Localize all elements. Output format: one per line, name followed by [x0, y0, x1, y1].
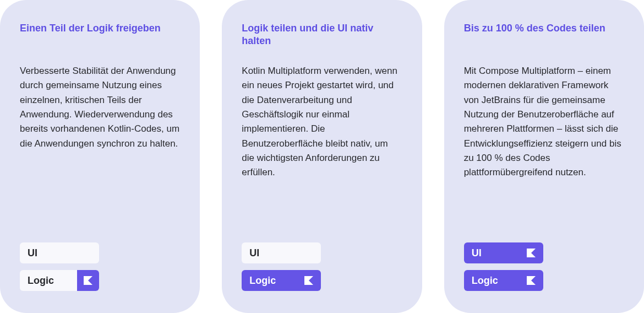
kotlin-icon [84, 276, 92, 285]
logic-pill: Logic [20, 270, 99, 291]
pill-label: Logic [249, 275, 276, 287]
card-title: Bis zu 100 % des Codes teilen [464, 22, 624, 48]
card-description: Mit Compose Multiplatform – einem modern… [464, 64, 624, 180]
pill-label: UI [249, 247, 259, 259]
feature-card-2: Logik teilen und die UI nativ halten Kot… [222, 0, 422, 313]
card-title: Logik teilen und die UI nativ halten [242, 22, 402, 48]
card-description: Verbesserte Stabilität der Anwendung dur… [20, 64, 180, 151]
feature-card-3: Bis zu 100 % des Codes teilen Mit Compos… [444, 0, 644, 313]
pill-group: UI Logic [242, 242, 402, 291]
ui-pill: UI [464, 242, 543, 263]
pill-label: UI [472, 247, 482, 259]
kotlin-icon [304, 276, 313, 285]
pill-label: Logic [20, 271, 62, 290]
logic-pill: Logic [464, 270, 543, 291]
card-description: Kotlin Multiplatform verwenden, wenn ein… [242, 64, 402, 180]
logic-pill: Logic [242, 270, 321, 291]
kotlin-icon [527, 249, 536, 257]
pill-label: UI [28, 247, 37, 259]
card-title: Einen Teil der Logik freigeben [20, 22, 180, 48]
kotlin-icon [527, 276, 536, 285]
pill-group: UI Logic [20, 242, 180, 291]
kotlin-icon-wrap [77, 270, 99, 291]
ui-pill: UI [20, 242, 99, 263]
feature-card-1: Einen Teil der Logik freigeben Verbesser… [0, 0, 200, 313]
pill-label: Logic [472, 275, 498, 287]
pill-group: UI Logic [464, 242, 624, 291]
ui-pill: UI [242, 242, 321, 263]
